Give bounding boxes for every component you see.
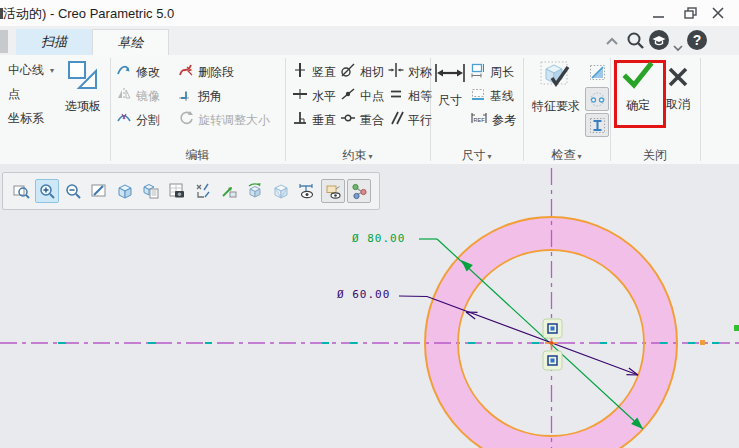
group-label-dimension[interactable]: 尺寸▾ (430, 147, 523, 164)
cancel-button[interactable]: 取消 (662, 65, 694, 113)
constraint-vertical-button[interactable]: 竖直 (292, 63, 336, 81)
group-label-inspect[interactable]: 检查▾ (523, 147, 610, 164)
constraint-tangent-button[interactable]: 相切 (340, 63, 384, 81)
constraint-equal-button[interactable]: 相等 (388, 87, 432, 105)
symmetric-constraint-icon (388, 62, 404, 82)
constraint-perpendicular-button[interactable]: 垂直 (292, 111, 336, 129)
overlapping-geometry-toggle[interactable] (585, 113, 609, 137)
delete-segment-button[interactable]: 删除段 (178, 63, 234, 81)
divide-button[interactable]: 分割 (116, 111, 160, 129)
coincident-constraint-icon (340, 110, 356, 130)
search-icon[interactable] (625, 30, 647, 56)
inner-diameter-value[interactable]: Ø 60.00 (337, 288, 390, 301)
view-manager-icon[interactable] (165, 179, 189, 203)
display-style-icon[interactable] (113, 179, 137, 203)
constraint-coincident-button[interactable]: 重合 (340, 111, 384, 129)
coincident-handle-top[interactable] (543, 319, 562, 338)
chevron-down-icon[interactable]: ▾ (50, 66, 54, 75)
window-title: 活动的) - Creo Parametric 5.0 (3, 5, 174, 23)
centerline-endpoint[interactable] (700, 340, 705, 345)
palette-icon (66, 59, 100, 95)
horizontal-constraint-icon (292, 86, 308, 106)
group-label-constrain[interactable]: 约束▾ (285, 147, 430, 164)
graphics-toolbar (2, 172, 380, 210)
refit-icon[interactable] (9, 179, 33, 203)
learning-connector-icon[interactable] (648, 29, 672, 57)
centerline-button[interactable]: 中心线 ▾ (8, 61, 54, 79)
feature-requirements-button[interactable]: 特征要求 (528, 59, 584, 115)
mirror-icon (116, 86, 132, 106)
point-button[interactable]: 点 (8, 85, 20, 103)
midpoint-constraint-icon (340, 86, 356, 106)
ribbon: 中心线 ▾ 点 坐标系 选项板 修改 删除段 镜像 (0, 55, 739, 165)
saved-orientations-icon[interactable] (139, 179, 163, 203)
chevron-down-icon: ▾ (368, 152, 372, 161)
svg-text:REF: REF (474, 117, 486, 123)
group-label-edit: 编辑 (110, 147, 285, 164)
plane-display-icon[interactable] (321, 179, 345, 203)
perspective-view-icon[interactable] (269, 179, 293, 203)
mirror-button[interactable]: 镜像 (116, 87, 160, 105)
annotation-display-icon[interactable] (217, 179, 241, 203)
zoom-in-icon[interactable] (35, 179, 59, 203)
rotate-resize-button[interactable]: 旋转调整大小 (178, 111, 270, 129)
group-divider (700, 58, 701, 161)
dimension-icon (434, 61, 466, 89)
ok-button[interactable]: 确定 (620, 62, 656, 114)
coordinate-system-button[interactable]: 坐标系 (8, 109, 44, 127)
svg-text:?: ? (693, 32, 702, 48)
tab-sketch[interactable]: 草绘 (92, 29, 169, 55)
chevron-down-icon: ▾ (487, 152, 491, 161)
sketch-orientation-icon[interactable] (347, 179, 371, 203)
cancel-x-icon (666, 65, 690, 93)
spin-center-icon[interactable] (243, 179, 267, 203)
repaint-icon[interactable] (87, 179, 111, 203)
baseline-button[interactable]: 基线 (470, 87, 514, 105)
divide-icon (116, 110, 132, 130)
minimize-button[interactable] (650, 6, 668, 21)
edge-vertex-point[interactable] (734, 325, 739, 331)
constraint-midpoint-button[interactable]: 中点 (340, 87, 384, 105)
help-icon[interactable]: ? (686, 29, 710, 57)
corner-icon (178, 86, 194, 106)
delete-segment-icon (178, 62, 194, 82)
tangent-constraint-icon (340, 62, 356, 82)
datum-display-filters-icon[interactable] (191, 179, 215, 203)
outer-diameter-value[interactable]: Ø 80.00 (352, 232, 405, 245)
modify-button[interactable]: 修改 (116, 63, 160, 81)
dimension-button[interactable]: 尺寸 (432, 61, 468, 109)
reference-dimension-button[interactable]: REF 参考 (470, 111, 516, 129)
constraint-horizontal-button[interactable]: 水平 (292, 87, 336, 105)
equal-constraint-icon (388, 86, 404, 106)
coincident-handle-bottom[interactable] (543, 351, 562, 370)
chevron-down-icon[interactable] (673, 38, 683, 56)
tab-sweep[interactable]: 扫描 (16, 29, 92, 55)
parallel-constraint-icon (388, 110, 404, 130)
chevron-down-icon: ▾ (577, 152, 581, 161)
rotate-resize-icon (178, 110, 194, 130)
perimeter-button[interactable]: 周长 (470, 63, 514, 81)
ok-check-icon (622, 62, 654, 94)
baseline-icon (470, 86, 486, 106)
modify-icon (116, 62, 132, 82)
perpendicular-constraint-icon (292, 110, 308, 130)
title-bar: 活动的) - Creo Parametric 5.0 (0, 0, 739, 26)
constraint-parallel-button[interactable]: 平行 (388, 111, 432, 129)
file-menu-edge (0, 30, 8, 53)
reference-dimension-icon: REF (470, 110, 488, 130)
group-divider (523, 58, 524, 161)
sketcher-display-filters-icon[interactable] (295, 179, 319, 203)
creo-parametric-window: 活动的) - Creo Parametric 5.0 ? 扫描 草绘 (0, 0, 739, 448)
zoom-out-icon[interactable] (61, 179, 85, 203)
vertical-constraint-icon (292, 62, 308, 82)
constraint-symmetric-button[interactable]: 对称 (388, 63, 432, 81)
shade-closed-loops-toggle[interactable] (586, 61, 608, 83)
perimeter-icon (470, 62, 486, 82)
highlight-open-ends-toggle[interactable] (585, 87, 609, 111)
close-window-button[interactable] (709, 6, 727, 21)
group-divider (285, 58, 286, 161)
palette-button[interactable]: 选项板 (58, 59, 108, 115)
restore-button[interactable] (682, 6, 700, 21)
collapse-ribbon-icon[interactable] (604, 34, 620, 52)
corner-button[interactable]: 拐角 (178, 87, 222, 105)
